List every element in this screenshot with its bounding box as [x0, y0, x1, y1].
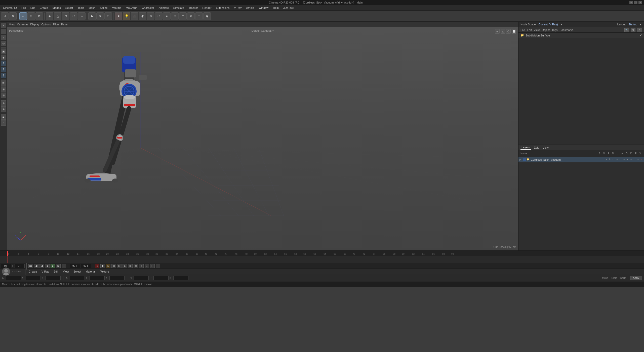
sculpt-tool-2[interactable]: ⊜: [1, 106, 6, 112]
viewport-cameras-tab[interactable]: Cameras: [17, 23, 28, 26]
attr-file-tab[interactable]: File: [520, 28, 525, 31]
object-mode-button[interactable]: ◈: [46, 12, 53, 20]
key-button-8[interactable]: ⟐: [145, 264, 149, 268]
attr-search-button[interactable]: 🔍: [624, 28, 629, 32]
rotate-tool[interactable]: ⟳: [1, 41, 6, 46]
bottom-texture[interactable]: Texture: [98, 270, 111, 274]
scale-tool-button[interactable]: ⟳: [35, 12, 43, 20]
add-effector-button[interactable]: ★: [163, 12, 171, 20]
extra-tool[interactable]: ◉: [1, 114, 6, 120]
attr-settings-button[interactable]: ⚙: [631, 28, 635, 32]
key-button-1[interactable]: K: [106, 264, 110, 268]
layer-solo-icon[interactable]: ●: [605, 158, 608, 161]
x-input[interactable]: [6, 276, 21, 280]
menu-simulate[interactable]: Simulate: [171, 6, 186, 10]
deform-tool-1[interactable]: ☰: [1, 80, 6, 86]
move-tool-button[interactable]: ↔: [19, 12, 27, 20]
x2-input[interactable]: [70, 276, 85, 280]
viewport-view-tab[interactable]: View: [9, 23, 15, 26]
layer-gen-icon[interactable]: ◻: [622, 158, 625, 161]
layers-tab[interactable]: Layers: [520, 145, 531, 150]
layer-play-icon[interactable]: ▶: [626, 158, 629, 161]
prev-key-button[interactable]: ◀|: [34, 264, 38, 268]
bottom-create[interactable]: Create: [27, 270, 39, 274]
rotate-tool-button[interactable]: ⊞: [27, 12, 35, 20]
viewport-panel-tab[interactable]: Panel: [61, 23, 68, 26]
menu-tools[interactable]: Tools: [75, 6, 86, 10]
mesh-tool-2[interactable]: ◈: [1, 55, 6, 60]
add-field-button[interactable]: ⊞: [171, 12, 179, 20]
layer-eye-icon[interactable]: 👁: [608, 158, 611, 161]
add-spline-button[interactable]: ⚙: [147, 12, 154, 20]
menu-extensions[interactable]: Extensions: [214, 6, 232, 10]
mesh-tool-4[interactable]: S: [1, 67, 6, 72]
menu-tracker[interactable]: Tracker: [187, 6, 200, 10]
add-deformer-button[interactable]: ⬡: [155, 12, 163, 20]
add-camera-button[interactable]: 🎥: [131, 12, 138, 20]
attr-object-tab[interactable]: Object: [542, 28, 550, 31]
minimize-button[interactable]: –: [629, 1, 633, 4]
timeline-ruler[interactable]: // This won't execute in SVG context, us…: [0, 251, 644, 256]
key-button-5[interactable]: ⊞: [128, 264, 133, 268]
render-region-button[interactable]: ⊠: [96, 12, 104, 20]
viewport-area[interactable]: View Cameras Display Options Filter Pane…: [7, 22, 518, 250]
menu-spline[interactable]: Spline: [98, 6, 110, 10]
key-button-6[interactable]: ⊛: [134, 264, 138, 268]
bottom-edit[interactable]: Edit: [52, 270, 60, 274]
layer-close-icon[interactable]: ✕: [640, 158, 643, 161]
uv-mode-button[interactable]: ⟐: [78, 12, 86, 20]
redo-button[interactable]: ↻: [9, 12, 17, 20]
go-to-end-button[interactable]: ⏭: [62, 264, 66, 268]
auto-key-button[interactable]: ⏺: [100, 264, 105, 268]
polygon-mode-button[interactable]: ⬡: [70, 12, 77, 20]
select-tool[interactable]: ↖: [1, 23, 6, 28]
bottom-vray[interactable]: V-Ray: [39, 270, 51, 274]
viewport-control-2[interactable]: ◻: [501, 29, 505, 34]
maximize-button[interactable]: □: [634, 1, 637, 4]
p-input[interactable]: [153, 276, 169, 280]
frame-current-2-input[interactable]: [81, 264, 91, 268]
add-tag-button[interactable]: ◻: [179, 12, 187, 20]
add-light-button[interactable]: 💡: [123, 12, 130, 20]
menu-arnold[interactable]: Arnold: [244, 6, 256, 10]
layer-render-icon[interactable]: ◻: [612, 158, 615, 161]
key-button-7[interactable]: ⊜: [139, 264, 144, 268]
layer-expand-icon[interactable]: ▶: [519, 158, 522, 161]
menu-file[interactable]: File: [19, 6, 28, 10]
viewport-control-3[interactable]: ⬡: [506, 29, 511, 34]
menu-animate[interactable]: Animate: [156, 6, 171, 10]
layer-lock-icon[interactable]: ◻: [615, 158, 618, 161]
mesh-tool-5[interactable]: S: [1, 73, 6, 78]
key-button-3[interactable]: ⊡: [117, 264, 122, 268]
bottom-select[interactable]: Select: [71, 270, 83, 274]
mesh-tool-1[interactable]: ▣: [1, 49, 6, 54]
b-input[interactable]: [173, 276, 188, 280]
attr-tags-tab[interactable]: Tags: [552, 28, 557, 31]
node-space-dropdown-icon[interactable]: ▼: [560, 23, 563, 26]
scale-tool[interactable]: ⤢: [1, 35, 6, 40]
layer-x-icon[interactable]: ◻: [636, 158, 639, 161]
menu-character[interactable]: Character: [140, 6, 156, 10]
snapping-button[interactable]: ⊠: [187, 12, 195, 20]
key-button-2[interactable]: ⊠: [111, 264, 116, 268]
record-button[interactable]: ●: [95, 264, 99, 268]
extra-tool-2[interactable]: ⋮: [1, 120, 6, 126]
edge-mode-button[interactable]: ◻: [62, 12, 69, 20]
menu-vray[interactable]: V-Ray: [232, 6, 244, 10]
menu-edit[interactable]: Edit: [28, 6, 37, 10]
menu-select[interactable]: Select: [63, 6, 75, 10]
layer-anim-icon[interactable]: ◻: [619, 158, 622, 161]
param1-button[interactable]: ⊡: [195, 12, 203, 20]
key-button-10[interactable]: ⊣: [156, 264, 160, 268]
undo-button[interactable]: ↺: [1, 12, 9, 20]
menu-modes[interactable]: Modes: [51, 6, 63, 10]
sculpt-tool-1[interactable]: ⊛: [1, 100, 6, 106]
menu-create[interactable]: Create: [38, 6, 50, 10]
viewport-maximize-button[interactable]: ⬜: [512, 29, 516, 34]
attr-edit-tab[interactable]: Edit: [527, 28, 532, 31]
y-input[interactable]: [26, 276, 41, 280]
menu-cinema4d[interactable]: Cinema 4D: [1, 6, 19, 10]
layer-item[interactable]: ▶ 📁 Cordless_Stick_Vacuum ● 👁 ◻ ◻ ◻ ◻: [518, 157, 644, 162]
stop-button[interactable]: ■: [45, 264, 50, 268]
viewport-options-tab[interactable]: Options: [41, 23, 51, 26]
